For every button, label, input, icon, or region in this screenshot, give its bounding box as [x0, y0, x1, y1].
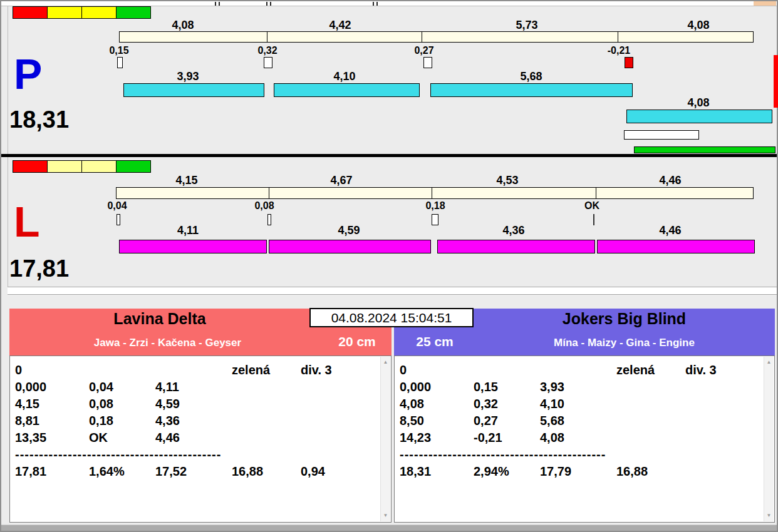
table-cell	[685, 380, 764, 397]
table-cell	[616, 431, 685, 448]
table-cell	[685, 397, 764, 414]
dog-run-bar	[430, 83, 633, 97]
table-cell: 4,10	[540, 397, 616, 414]
team-right-results-table: 0 zelená div. 3 0,000 0,15 3,93 4,08 0,3…	[395, 356, 764, 522]
crossover-time-label: -0,21	[608, 46, 630, 56]
table-cell: 17,81	[15, 464, 89, 481]
crossover-marker	[432, 214, 438, 225]
table-cell: 0,000	[400, 380, 474, 397]
table-cell: 1,64%	[89, 464, 155, 481]
crossover-marker	[117, 214, 120, 225]
table-cell	[474, 363, 540, 380]
team-right-results-panel[interactable]: 0 zelená div. 3 0,000 0,15 3,93 4,08 0,3…	[394, 356, 775, 523]
split-time-label: 4,15	[175, 175, 197, 186]
split-time-label: 4,42	[329, 19, 351, 31]
crossover-time-label: OK	[584, 201, 599, 211]
table-cell: 0,15	[474, 380, 540, 397]
dog-run-bar	[274, 83, 420, 97]
dog-time-label: 4,11	[177, 225, 199, 236]
table-cell	[616, 397, 685, 414]
split-segment	[117, 188, 269, 198]
table-cell: zelená	[232, 363, 301, 380]
start-light-yellow1-icon	[47, 6, 82, 19]
panel-border-line	[8, 6, 8, 287]
dog-run-bar	[119, 240, 267, 253]
dog-time-label: 3,93	[177, 71, 199, 82]
table-cell: 4,46	[155, 431, 232, 448]
table-cell: 14,23	[400, 431, 474, 448]
table-cell	[232, 397, 301, 414]
team-left-dogs: Jawa - Zrzi - Kačena - Geyser	[9, 337, 326, 349]
table-cell	[301, 431, 380, 448]
table-cell	[685, 431, 764, 448]
start-light-red-icon	[13, 6, 48, 19]
split-segment	[120, 32, 267, 42]
crossover-marker	[423, 57, 432, 68]
dog-time-label: 4,36	[502, 225, 524, 236]
scroll-up-icon[interactable]: ▲	[381, 358, 390, 367]
vertical-scrollbar[interactable]: ▲ ▼	[380, 357, 390, 521]
table-cell: zelená	[616, 363, 685, 380]
crossover-marker-ok	[593, 214, 594, 225]
split-time-label: 4,08	[172, 19, 194, 31]
start-lights-l	[13, 160, 151, 173]
split-segment	[269, 188, 432, 198]
split-segment	[596, 188, 753, 198]
table-cell	[232, 431, 301, 448]
crossover-time-label: 0,04	[107, 201, 127, 211]
table-cell: 8,81	[15, 414, 89, 431]
scroll-up-icon[interactable]: ▲	[764, 358, 774, 367]
team-right-dogs: Mína - Maizy - Gina - Engine	[474, 337, 775, 349]
table-cell: 4,36	[155, 414, 232, 431]
table-cell: 4,08	[400, 397, 474, 414]
start-light-yellow2-icon	[81, 160, 117, 173]
table-cell	[155, 363, 232, 380]
table-cell	[89, 363, 155, 380]
crossover-time-label: 0,15	[109, 46, 128, 56]
lane-letter-l: L	[14, 200, 40, 243]
finish-green-bar	[634, 146, 775, 153]
scroll-down-icon[interactable]: ▼	[764, 511, 774, 520]
table-cell: 18,31	[400, 464, 474, 481]
table-cell: 0	[15, 363, 89, 380]
dog-time-label: 4,59	[338, 225, 360, 236]
table-cell	[616, 414, 685, 431]
dog-time-label: 4,10	[333, 71, 355, 82]
start-light-green-icon	[116, 160, 151, 173]
lane-total-time-p: 18,31	[9, 108, 69, 131]
crossover-marker	[117, 57, 123, 68]
table-cell	[616, 380, 685, 397]
team-left-results-panel[interactable]: 0 zelená div. 3 0,000 0,04 4,11 4,15 0,0…	[9, 356, 392, 523]
table-cell: div. 3	[301, 363, 380, 380]
crossover-marker	[267, 214, 271, 225]
table-cell: 2,94%	[474, 464, 540, 481]
table-cell	[232, 414, 301, 431]
split-time-label: 4,53	[496, 175, 518, 186]
table-cell: 0,32	[474, 397, 540, 414]
vertical-scrollbar[interactable]: ▲ ▼	[764, 357, 774, 521]
lane-letter-p: P	[14, 53, 42, 95]
table-cell: 16,88	[232, 464, 301, 481]
team-left-jump-height: 20 cm	[326, 334, 388, 349]
table-cell	[301, 397, 380, 414]
dog-run-bar	[437, 240, 595, 253]
crossover-time-label: 0,32	[257, 46, 277, 56]
crossover-marker-fault	[625, 57, 633, 68]
table-separator: ----------------------------------------…	[400, 448, 764, 464]
start-light-green-icon	[116, 6, 151, 19]
table-cell: 13,35	[15, 431, 89, 448]
dog-time-label: 4,46	[659, 225, 681, 236]
table-cell: -0,21	[474, 431, 540, 448]
split-segment	[432, 188, 596, 198]
dog-time-label: 5,68	[520, 71, 542, 82]
dog-run-bar	[123, 83, 264, 97]
table-cell: 0,000	[15, 380, 89, 397]
team-right-name: Jokers Big Blind	[474, 310, 775, 328]
table-cell: 4,15	[15, 397, 89, 414]
split-segment	[422, 32, 618, 42]
table-cell: 5,68	[540, 414, 616, 431]
table-cell: 0,18	[89, 414, 155, 431]
scroll-down-icon[interactable]: ▼	[381, 511, 390, 520]
table-cell: 3,93	[540, 380, 616, 397]
table-cell: 0,27	[474, 414, 540, 431]
